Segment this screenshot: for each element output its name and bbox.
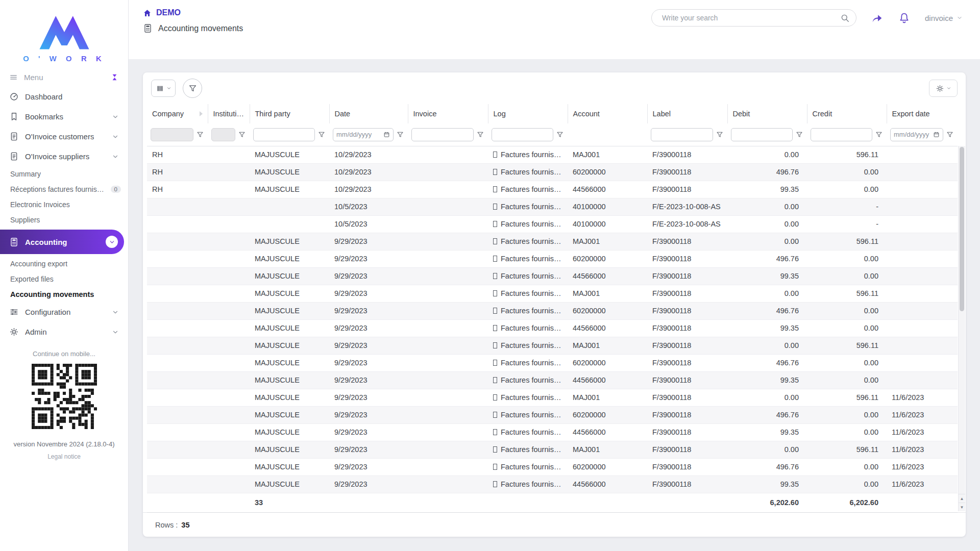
filter-third-party-input[interactable] (253, 128, 315, 141)
sidebar-item-oinvoice-suppliers[interactable]: O'Invoice suppliers (0, 146, 128, 166)
filter-log-input[interactable] (492, 128, 553, 141)
cell-label: F/39000118 (647, 267, 727, 285)
cell-institution (208, 146, 250, 163)
filter-button[interactable] (183, 79, 202, 98)
global-search (651, 9, 856, 27)
sidebar-subitem-exported-files[interactable]: Exported files (0, 271, 128, 287)
scrollbar-thumb[interactable] (960, 147, 964, 311)
table-row[interactable]: MAJUSCULE9/29/2023Factures fournisseursM… (147, 285, 958, 302)
log-glyph-icon (493, 273, 497, 279)
funnel-icon[interactable] (556, 131, 564, 139)
cell-account: 60200000 (568, 302, 647, 319)
col-header-log[interactable]: Log (488, 104, 568, 123)
user-menu[interactable]: dinvoice (925, 14, 963, 22)
cell-credit: 596.11 (807, 441, 887, 458)
table-row[interactable]: RHMAJUSCULE10/29/2023Factures fournisseu… (147, 163, 958, 181)
filter-third-party (250, 123, 329, 146)
table-row[interactable]: MAJUSCULE9/29/2023Factures fournisseurs6… (147, 302, 958, 319)
filter-debit-input[interactable] (731, 128, 793, 141)
pin-sidebar-icon[interactable] (110, 73, 119, 82)
scroll-down-button[interactable]: ▼ (959, 503, 965, 511)
collapse-button[interactable] (106, 236, 118, 248)
table-row[interactable]: 10/5/2023Factures fournisseurs40100000F/… (147, 198, 958, 215)
sidebar-item-dashboard[interactable]: Dashboard (0, 87, 128, 107)
gear-icon (9, 327, 19, 337)
table-row[interactable]: MAJUSCULE9/29/2023Factures fournisseurs6… (147, 406, 958, 423)
col-header-export-date[interactable]: Export date (887, 104, 958, 123)
table-row[interactable]: MAJUSCULE9/29/2023Factures fournisseursM… (147, 233, 958, 250)
funnel-icon[interactable] (476, 131, 484, 139)
table-row[interactable]: MAJUSCULE9/29/2023Factures fournisseursM… (147, 337, 958, 354)
funnel-icon[interactable] (396, 131, 404, 139)
col-header-debit[interactable]: Debit (727, 104, 807, 123)
sidebar-subitem-receptions[interactable]: Réceptions factures fournisseurs 0 (0, 182, 128, 197)
funnel-icon[interactable] (317, 131, 326, 139)
filter-credit-input[interactable] (811, 128, 872, 141)
sidebar-item-bookmarks[interactable]: Bookmarks (0, 107, 128, 127)
topbar: DEMO Accounting movements dinvoice (129, 0, 980, 59)
chevron-down-icon (112, 153, 119, 160)
cell-credit: 0.00 (807, 302, 887, 319)
col-header-credit[interactable]: Credit (807, 104, 887, 123)
sidebar-subitem-suppliers[interactable]: Suppliers (0, 212, 128, 228)
table-row[interactable]: MAJUSCULE9/29/2023Factures fournisseurs6… (147, 250, 958, 267)
funnel-icon[interactable] (716, 131, 724, 139)
scroll-up-button[interactable]: ▲ (959, 494, 965, 503)
invoice-icon (9, 152, 19, 161)
settings-button[interactable] (929, 80, 958, 97)
column-chooser-button[interactable] (151, 80, 176, 97)
sidebar-subitem-accounting-export[interactable]: Accounting export (0, 256, 128, 271)
col-header-third-party[interactable]: Third party (250, 104, 329, 123)
table-row[interactable]: MAJUSCULE9/29/2023Factures fournisseurs4… (147, 475, 958, 493)
filter-date-input[interactable]: mm/dd/yyyy (333, 128, 394, 141)
bell-icon[interactable] (898, 12, 911, 24)
sidebar: O ' W O R K Menu Dashboard Bookmarks O'I… (0, 0, 129, 551)
filter-export-date-input[interactable]: mm/dd/yyyy (890, 128, 943, 141)
breadcrumb[interactable]: DEMO (143, 8, 243, 17)
table-row[interactable]: MAJUSCULE9/29/2023Factures fournisseurs4… (147, 423, 958, 441)
funnel-icon[interactable] (946, 131, 954, 139)
filter-label-input[interactable] (651, 128, 713, 141)
table-row[interactable]: MAJUSCULE9/29/2023Factures fournisseurs4… (147, 267, 958, 285)
table-row[interactable]: MAJUSCULE9/29/2023Factures fournisseursM… (147, 441, 958, 458)
cell-date: 9/29/2023 (329, 302, 408, 319)
col-header-date[interactable]: Date (329, 104, 408, 123)
funnel-icon[interactable] (196, 131, 204, 139)
search-input[interactable] (661, 13, 840, 22)
cell-log: Factures fournisseurs (488, 389, 568, 406)
sidebar-subitem-electronic-invoices[interactable]: Electronic Invoices (0, 197, 128, 212)
sidebar-item-accounting[interactable]: Accounting (0, 230, 124, 254)
table-row[interactable]: MAJUSCULE9/29/2023Factures fournisseurs4… (147, 319, 958, 337)
col-header-company[interactable]: Company (147, 104, 208, 123)
table-row[interactable]: MAJUSCULE9/29/2023Factures fournisseursM… (147, 389, 958, 406)
cell-export-date: 11/6/2023 (887, 458, 958, 475)
col-header-label[interactable]: Label (647, 104, 727, 123)
search-icon[interactable] (840, 13, 850, 23)
sidebar-item-oinvoice-customers[interactable]: O'Invoice customers (0, 127, 128, 146)
filter-invoice-input[interactable] (411, 128, 474, 141)
table-row[interactable]: MAJUSCULE9/29/2023Factures fournisseurs4… (147, 371, 958, 389)
filter-institution-input (211, 128, 235, 141)
cell-label: F/39000118 (647, 233, 727, 250)
table-row[interactable]: RHMAJUSCULE10/29/2023Factures fournisseu… (147, 181, 958, 198)
menu-toggle[interactable]: Menu (0, 65, 128, 87)
funnel-icon[interactable] (795, 131, 803, 139)
brand-name: O ' W O R K (0, 54, 128, 63)
funnel-icon[interactable] (238, 131, 246, 139)
funnel-icon[interactable] (875, 131, 883, 139)
col-header-invoice[interactable]: Invoice (408, 104, 488, 123)
legal-notice-link[interactable]: Legal notice (0, 453, 128, 460)
table-row[interactable]: MAJUSCULE9/29/2023Factures fournisseurs6… (147, 354, 958, 371)
col-header-account[interactable]: Account (568, 104, 647, 123)
sidebar-subitem-summary[interactable]: Summary (0, 166, 128, 182)
table-row[interactable]: MAJUSCULE9/29/2023Factures fournisseurs6… (147, 458, 958, 475)
share-icon[interactable] (871, 12, 884, 24)
table-row[interactable]: 10/5/2023Factures fournisseurs40100000F/… (147, 215, 958, 233)
cell-company (147, 233, 208, 250)
col-header-institution[interactable]: Institution (208, 104, 250, 123)
table-row[interactable]: RHMAJUSCULE10/29/2023Factures fournisseu… (147, 146, 958, 163)
filter-debit (727, 123, 807, 146)
sidebar-item-admin[interactable]: Admin (0, 322, 128, 342)
sidebar-subitem-accounting-movements[interactable]: Accounting movements (0, 287, 128, 302)
sidebar-item-configuration[interactable]: Configuration (0, 302, 128, 322)
